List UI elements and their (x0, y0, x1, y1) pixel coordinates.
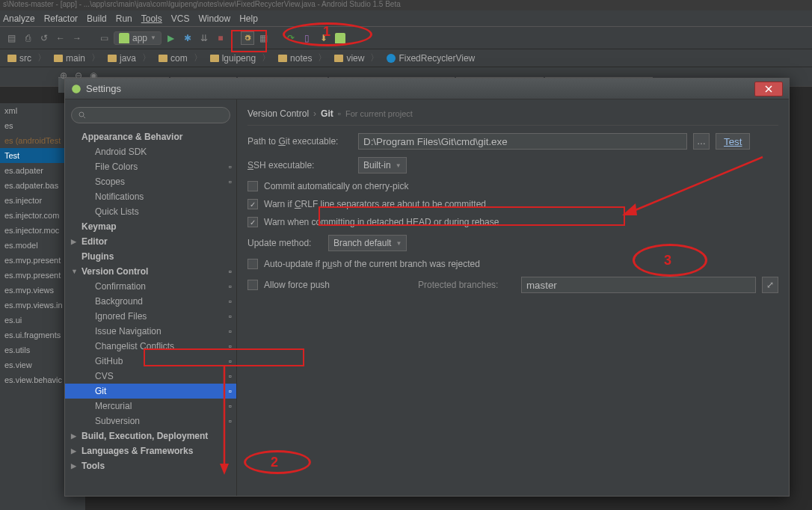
test-button[interactable]: Test (716, 133, 750, 150)
tree-vcs[interactable]: ▼Version Control▫ (65, 264, 236, 279)
android-icon (119, 33, 129, 43)
avd-icon[interactable]: ▭ (97, 31, 111, 45)
project-scope-icon: ▫ (229, 296, 232, 307)
attach-icon[interactable]: ⇊ (197, 31, 211, 45)
crumb-java[interactable]: java (105, 52, 154, 64)
path-label: Path to Git executable: (247, 136, 352, 147)
redo-icon[interactable]: → (70, 31, 84, 45)
project-scope-icon: ▫ (229, 341, 232, 351)
svg-line-2 (84, 117, 86, 119)
project-scope-icon: ▫ (229, 416, 232, 426)
cherry-pick-checkbox[interactable]: Commit automatically on cherry-pick (247, 181, 778, 191)
main-toolbar: ▤ ⎙ ↺ ← → ▭ app▼ ▶ ✱ ⇊ ■ ▦ ⟳ ▯ ⬇ (0, 27, 812, 49)
search-icon (78, 111, 87, 120)
tree-issue-nav[interactable]: Issue Navigation▫ (65, 324, 236, 339)
tree-cvs[interactable]: CVS▫ (65, 369, 236, 384)
tree-notifications[interactable]: Notifications (65, 189, 236, 204)
tree-ignored[interactable]: Ignored Files▫ (65, 309, 236, 324)
tree-editor[interactable]: ▶Editor (65, 234, 236, 249)
tree-keymap[interactable]: Keymap (65, 219, 236, 234)
git-path-input[interactable] (358, 133, 687, 150)
tree-confirmation[interactable]: Confirmation▫ (65, 279, 236, 294)
crumb-com[interactable]: com (156, 52, 206, 64)
settings-content: Version Control › Git ▫ For current proj… (237, 99, 789, 496)
undo-icon[interactable]: ← (54, 31, 67, 45)
crumb-main[interactable]: main (51, 52, 103, 64)
ssh-select[interactable]: Built-in (358, 157, 407, 173)
tree-android-sdk[interactable]: Android SDK (65, 144, 236, 159)
navigation-breadcrumb: src main java com lguipeng notes view Fi… (0, 49, 812, 67)
project-scope-icon: ▫ (229, 386, 232, 396)
settings-icon[interactable] (241, 31, 254, 45)
project-scope-icon: ▫ (338, 108, 341, 119)
debug-icon[interactable]: ✱ (181, 31, 194, 45)
detached-head-checkbox[interactable]: Warn when committing in detached HEAD or… (247, 217, 778, 227)
settings-tree: Appearance & Behavior Android SDK File C… (65, 99, 237, 496)
crumb-notes[interactable]: notes (275, 52, 330, 64)
expand-branches-button[interactable]: ⤢ (762, 277, 778, 293)
tree-lang[interactable]: ▶Languages & Frameworks (65, 443, 236, 458)
tree-background[interactable]: Background▫ (65, 294, 236, 309)
project-scope-icon: ▫ (229, 311, 232, 322)
tree-scopes[interactable]: Scopes▫ (65, 174, 236, 189)
sync-gradle-icon[interactable]: ⟳ (284, 31, 298, 45)
project-scope-icon: ▫ (229, 401, 232, 411)
project-scope-icon: ▫ (229, 266, 232, 277)
avd-manager-icon[interactable]: ▯ (301, 31, 314, 45)
window-titlebar: s\Notes-master - [app] - ...\app\src\mai… (0, 0, 812, 10)
menu-vcs[interactable]: VCS (171, 13, 190, 24)
tree-github[interactable]: GitHub▫ (65, 354, 236, 369)
crumb-src[interactable]: src (4, 52, 49, 64)
android-monitor-icon[interactable] (333, 31, 347, 45)
protected-label: Protected branches: (418, 280, 515, 290)
menu-window[interactable]: Window (198, 13, 230, 24)
protected-branches-input[interactable] (521, 277, 756, 293)
menu-run[interactable]: Run (116, 13, 132, 24)
run-icon[interactable]: ▶ (164, 31, 178, 45)
autoupdate-checkbox[interactable]: Auto-update if push of the current branc… (247, 259, 778, 269)
browse-button[interactable]: … (693, 133, 710, 150)
settings-search-input[interactable] (71, 107, 230, 123)
project-scope-icon: ▫ (229, 162, 232, 172)
tree-tools[interactable]: ▶Tools (65, 458, 236, 473)
menu-analyze[interactable]: Analyze (3, 13, 35, 24)
tree-build[interactable]: ▶Build, Execution, Deployment (65, 428, 236, 443)
sync-icon[interactable]: ↺ (37, 31, 51, 45)
tree-appearance[interactable]: Appearance & Behavior (65, 129, 236, 144)
project-scope-icon: ▫ (229, 281, 232, 292)
annotation-num-3: 3 (664, 253, 671, 268)
tree-subversion[interactable]: Subversion▫ (65, 414, 236, 428)
menu-help[interactable]: Help (239, 13, 258, 24)
update-method-select[interactable]: Branch default (328, 235, 407, 251)
svg-point-1 (79, 112, 84, 117)
close-icon (765, 85, 772, 93)
content-breadcrumb: Version Control › Git ▫ For current proj… (247, 108, 778, 126)
menu-refactor[interactable]: Refactor (44, 13, 78, 24)
menubar: Analyze Refactor Build Run Tools VCS Win… (0, 10, 812, 27)
crumb-lguipeng[interactable]: lguipeng (207, 52, 274, 64)
crumb-view[interactable]: view (331, 52, 382, 64)
tree-changelist[interactable]: Changelist Conflicts▫ (65, 339, 236, 354)
tree-mercurial[interactable]: Mercurial▫ (65, 399, 236, 414)
project-structure-icon[interactable]: ▦ (257, 31, 271, 45)
menu-build[interactable]: Build (87, 13, 107, 24)
crumb-class[interactable]: FixedRecyclerView (384, 53, 484, 64)
run-config-selector[interactable]: app▼ (114, 31, 162, 45)
project-scope-icon: ▫ (229, 176, 232, 187)
annotation-num-2: 2 (271, 455, 278, 470)
tree-git[interactable]: Git▫ (65, 384, 236, 399)
tree-plugins[interactable]: Plugins (65, 249, 236, 264)
update-method-label: Update method: (247, 238, 322, 248)
project-scope-icon: ▫ (229, 356, 232, 366)
force-push-checkbox[interactable]: Allow force push (247, 280, 412, 290)
tree-quick-lists[interactable]: Quick Lists (65, 204, 236, 219)
menu-tools[interactable]: Tools (141, 13, 162, 24)
dialog-close-button[interactable] (754, 82, 783, 96)
crlf-checkbox[interactable]: Warn if CRLF line separators are about t… (247, 199, 778, 209)
tree-file-colors[interactable]: File Colors▫ (65, 159, 236, 174)
save-icon[interactable]: ⎙ (21, 31, 34, 45)
open-icon[interactable]: ▤ (4, 31, 18, 45)
stop-icon[interactable]: ■ (214, 31, 227, 45)
dialog-titlebar[interactable]: Settings (65, 79, 789, 99)
project-scope-icon: ▫ (229, 371, 232, 381)
